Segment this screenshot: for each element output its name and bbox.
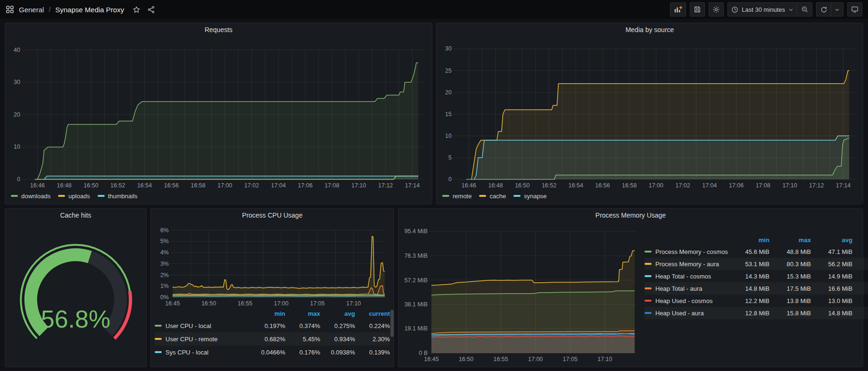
legend-value-avg: 14.8 MiB bbox=[811, 310, 852, 317]
legend-header-current[interactable]: current bbox=[852, 236, 868, 244]
legend-header-avg[interactable]: avg bbox=[320, 310, 355, 317]
y-axis-tick: 30 bbox=[14, 79, 20, 85]
y-axis-tick: 0 bbox=[17, 176, 20, 183]
series-area-Heap Used - cosmos bbox=[431, 336, 635, 353]
legend-item-uploads[interactable]: uploads bbox=[58, 193, 90, 200]
dashboard-settings-button[interactable] bbox=[709, 2, 724, 17]
x-axis-tick: 16:50 bbox=[459, 356, 473, 363]
panel-media-by-source: Media by source 05101520253016:4616:4816… bbox=[436, 23, 863, 204]
navbar: General / Synapse Media Proxy bbox=[0, 0, 868, 19]
legend-header-max[interactable]: max bbox=[285, 310, 320, 317]
x-axis-tick: 17:10 bbox=[346, 300, 361, 307]
legend-header-avg[interactable]: avg bbox=[811, 236, 852, 244]
legend-value-min: 14.8 MiB bbox=[728, 285, 769, 292]
series-area-synapse bbox=[474, 136, 849, 179]
y-axis-tick: 3% bbox=[160, 261, 169, 267]
breadcrumb-section[interactable]: General bbox=[19, 6, 44, 14]
panel-title-memory[interactable]: Process Memory Usage bbox=[398, 209, 863, 222]
legend-series-toggle[interactable]: User CPU - remote bbox=[155, 336, 250, 343]
legend-label: remote bbox=[453, 193, 471, 200]
y-axis-tick: 2% bbox=[160, 272, 169, 278]
apps-grid-icon[interactable] bbox=[6, 5, 14, 14]
legend-value-min: 0.0466% bbox=[250, 349, 285, 356]
x-axis-tick: 17:14 bbox=[836, 182, 851, 189]
legend-series-toggle[interactable]: Heap Total - cosmos bbox=[645, 273, 728, 280]
panel-process-memory: Process Memory Usage 0 B19.1 MiB38.1 MiB… bbox=[398, 208, 863, 367]
legend-table-row: Sys CPU - local0.0466%0.176%0.0938%0.139… bbox=[155, 346, 390, 359]
legend-series-toggle[interactable]: Process Memory - cosmos bbox=[645, 248, 728, 255]
y-axis-tick: 5% bbox=[160, 238, 169, 245]
panel-title-cache-hits[interactable]: Cache hits bbox=[5, 209, 146, 222]
legend-swatch bbox=[98, 195, 105, 197]
x-axis-tick: 16:46 bbox=[30, 182, 45, 189]
gauge-value-text: 56.8% bbox=[41, 305, 110, 333]
refresh-interval-dropdown[interactable] bbox=[831, 2, 843, 17]
x-axis-tick: 17:08 bbox=[756, 182, 770, 189]
legend-item-thumbnails[interactable]: thumbnails bbox=[98, 193, 138, 200]
legend-value-max: 15.8 MiB bbox=[769, 310, 811, 317]
zoom-out-time-button[interactable] bbox=[797, 2, 812, 17]
legend-table-row: User CPU - remote0.682%5.45%0.934%2.30% bbox=[155, 332, 390, 346]
legend-value-max: 80.3 MiB bbox=[769, 261, 811, 268]
legend-value-avg: 0.0938% bbox=[320, 349, 355, 356]
x-axis-tick: 17:14 bbox=[405, 182, 420, 189]
legend-series-toggle[interactable]: Sys CPU - local bbox=[155, 349, 250, 356]
legend-series-toggle[interactable]: User CPU - local bbox=[155, 322, 250, 329]
legend-series-toggle[interactable]: Heap Used - cosmos bbox=[645, 297, 728, 304]
legend-swatch bbox=[442, 195, 449, 197]
media-chart-canvas[interactable]: 05101520253016:4616:4816:5016:5216:5416:… bbox=[439, 36, 860, 190]
legend-item-remote[interactable]: remote bbox=[442, 193, 471, 200]
x-axis-tick: 16:45 bbox=[165, 300, 180, 307]
legend-header-max[interactable]: max bbox=[769, 236, 811, 244]
legend-value-min: 14.3 MiB bbox=[728, 273, 769, 280]
legend-value-avg: 16.6 MiB bbox=[811, 285, 852, 292]
legend-swatch bbox=[155, 338, 162, 340]
cpu-chart-canvas[interactable]: 0%1%2%3%4%5%6%16:4516:5016:5517:0017:051… bbox=[154, 222, 391, 308]
legend-header-min[interactable]: min bbox=[728, 236, 769, 244]
series-area-thumbnails bbox=[44, 176, 419, 179]
star-icon[interactable] bbox=[132, 6, 141, 14]
time-range-picker[interactable]: Last 30 minutes bbox=[727, 2, 797, 17]
legend-item-cache[interactable]: cache bbox=[479, 193, 506, 200]
refresh-button[interactable] bbox=[816, 2, 831, 17]
panel-process-cpu: Process CPU Usage 0%1%2%3%4%5%6%16:4516:… bbox=[150, 208, 394, 367]
legend-header-current[interactable]: current bbox=[355, 310, 390, 317]
legend-value-avg: 14.9 MiB bbox=[811, 273, 852, 280]
x-axis-tick: 17:10 bbox=[597, 356, 612, 363]
legend-series-toggle[interactable]: Heap Total - aura bbox=[645, 285, 728, 292]
y-axis-tick: 10 bbox=[14, 143, 20, 150]
add-panel-button[interactable] bbox=[670, 2, 686, 17]
legend-item-downloads[interactable]: downloads bbox=[11, 193, 50, 200]
legend-scrollbar[interactable] bbox=[390, 310, 394, 337]
legend-value-current: 12.9 MiB bbox=[852, 297, 868, 304]
legend-value-max: 15.3 MiB bbox=[769, 273, 811, 280]
panel-title-cpu[interactable]: Process CPU Usage bbox=[151, 209, 394, 222]
legend-series-toggle[interactable]: Process Memory - aura bbox=[645, 261, 728, 268]
cycle-view-mode-button[interactable] bbox=[847, 2, 862, 17]
x-axis-tick: 17:05 bbox=[310, 300, 324, 307]
save-dashboard-button[interactable] bbox=[690, 2, 705, 17]
y-axis-tick: 57.2 MiB bbox=[405, 277, 428, 284]
dashboard-title[interactable]: Synapse Media Proxy bbox=[55, 6, 124, 14]
legend-value-min: 53.1 MiB bbox=[728, 261, 769, 268]
x-axis-tick: 17:06 bbox=[729, 182, 744, 189]
cache-hits-gauge: 56.8% bbox=[8, 222, 143, 363]
memory-chart-canvas[interactable]: 0 B19.1 MiB38.1 MiB57.2 MiB76.3 MiB95.4 … bbox=[401, 222, 641, 363]
requests-chart-canvas[interactable]: 01020304016:4616:4816:5016:5216:5416:561… bbox=[8, 36, 429, 190]
legend-label: User CPU - remote bbox=[165, 336, 218, 343]
legend-swatch bbox=[58, 195, 65, 197]
legend-header-min[interactable]: min bbox=[250, 310, 285, 317]
panel-title-requests[interactable]: Requests bbox=[5, 23, 432, 36]
x-axis-tick: 17:04 bbox=[271, 182, 286, 189]
x-axis-tick: 17:10 bbox=[782, 182, 797, 189]
y-axis-tick: 76.3 MiB bbox=[405, 253, 428, 259]
legend-value-max: 48.8 MiB bbox=[769, 248, 811, 255]
panel-title-media[interactable]: Media by source bbox=[437, 23, 863, 36]
legend-value-avg: 56.2 MiB bbox=[811, 261, 852, 268]
legend-series-toggle[interactable]: Heap Used - aura bbox=[645, 310, 728, 317]
legend-swatch bbox=[155, 351, 162, 353]
y-axis-tick: 5 bbox=[448, 154, 452, 161]
legend-swatch bbox=[645, 287, 652, 289]
legend-item-synapse[interactable]: synapse bbox=[513, 193, 546, 200]
share-icon[interactable] bbox=[147, 6, 155, 14]
